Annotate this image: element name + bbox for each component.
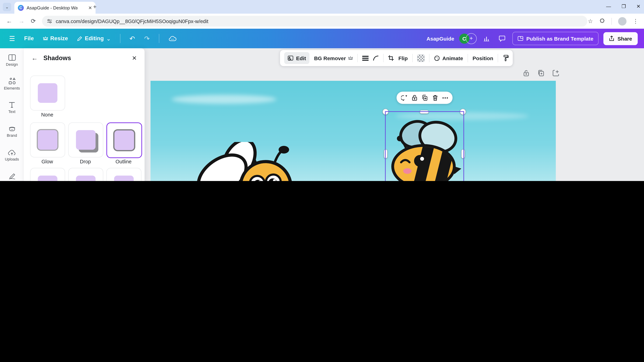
divider [357,54,358,62]
shadow-option-outline[interactable] [106,122,142,158]
duplicate-page-icon[interactable] [538,70,544,76]
new-tab-button[interactable]: + [93,3,96,10]
browser-menu-icon[interactable]: ⋮ [633,18,638,24]
divider [383,54,384,62]
shadow-option-drop[interactable] [68,122,103,157]
selection-toolbar [396,92,452,104]
transparency-icon[interactable] [417,54,424,62]
forward-button[interactable]: → [18,18,24,25]
editing-mode-dropdown[interactable]: Editing⌄ [77,35,111,42]
brand-icon: co [8,126,16,132]
panel-back-button[interactable]: ← [32,54,38,62]
animate-button[interactable]: Animate [434,55,463,61]
divider [429,54,430,62]
team-name: AsapGuide [426,35,454,41]
position-button[interactable]: Position [472,55,493,61]
bookmark-star-icon[interactable]: ☆ [588,18,593,24]
comment-add-icon[interactable] [401,95,408,100]
sidebar-item-draw[interactable]: Draw [0,167,24,181]
resize-button[interactable]: Resize [43,35,68,42]
divider [412,54,413,62]
lock-page-icon[interactable] [523,70,529,76]
text-icon [9,102,15,108]
svg-text:co: co [10,128,13,131]
divider [612,18,612,25]
design-icon [8,54,16,61]
sidebar-item-elements[interactable]: Elements [0,72,24,96]
save-status-cloud-icon[interactable] [168,35,177,42]
browser-tab[interactable]: C AsapGuide - Desktop Wallpape ✕ [14,2,96,14]
crop-icon[interactable] [388,55,394,61]
comments-icon[interactable] [497,33,508,44]
browser-profile-avatar[interactable] [618,17,626,25]
animate-icon [434,55,440,61]
url-text: canva.com/design/DAGUQp__8G0/QFjcMiH5SOo… [56,18,208,24]
url-bar[interactable]: canva.com/design/DAGUQp__8G0/QFjcMiH5SOo… [42,16,588,26]
sidebar-item-brand[interactable]: co Brand [0,120,24,143]
redo-button[interactable]: ↷ [144,34,150,42]
flip-button[interactable]: Flip [398,55,408,61]
screen: ⌄ C AsapGuide - Desktop Wallpape ✕ + — ❐… [0,0,644,181]
canva-favicon: C [18,5,24,11]
panel-close-button[interactable]: ✕ [132,54,137,62]
shadow-option-curved[interactable] [30,168,65,181]
sidebar-item-uploads[interactable]: Uploads [0,143,24,167]
undo-button[interactable]: ↶ [130,34,135,42]
delete-icon[interactable] [432,95,438,101]
shadow-option-label: None [30,112,64,117]
file-menu[interactable]: File [24,35,34,42]
shadow-option-angled[interactable] [106,168,142,181]
window-close-button[interactable]: ✕ [636,3,640,9]
panel-title: Shadows [44,54,71,62]
shadow-option-label: Drop [68,159,102,164]
add-page-icon[interactable] [553,70,559,76]
window-restore-button[interactable]: ❐ [622,3,626,9]
page-actions [523,70,559,76]
design-canvas[interactable] [150,81,556,181]
divider [498,54,498,62]
smooth-curve-icon[interactable] [373,55,379,61]
extensions-icon[interactable] [599,18,605,24]
tab-title: AsapGuide - Desktop Wallpape [26,5,77,10]
shadow-option-glow[interactable] [30,122,65,157]
template-icon [518,36,523,41]
side-navigation: Design Elements Text co Brand [0,48,24,181]
share-icon [609,36,614,41]
divider [468,54,468,62]
shadows-panel: ← Shadows ✕ None Glow Drop Outline Curve… [24,48,144,181]
insights-chart-icon[interactable] [482,33,492,44]
shadow-option-label: Glow [30,159,64,164]
edit-image-button[interactable]: Edit [284,52,310,64]
duplicate-icon[interactable] [422,95,428,101]
shadow-option-page-lift[interactable] [68,168,103,181]
draw-icon [8,173,16,179]
divider [120,34,120,43]
bee-image-left[interactable] [197,142,323,181]
share-button[interactable]: Share [604,32,638,45]
site-settings-icon[interactable] [47,18,52,24]
more-options-icon[interactable] [442,97,448,98]
tab-search-icon[interactable]: ⌄ [3,3,11,11]
lock-icon[interactable] [412,95,418,101]
browser-toolbar: ← → ⟳ canva.com/design/DAGUQp__8G0/QFjcM… [0,14,644,29]
window-minimize-button[interactable]: — [606,3,611,9]
main-menu-button[interactable]: ☰ [9,34,15,42]
sidebar-item-design[interactable]: Design [0,48,24,72]
crown-icon [43,36,48,40]
back-button[interactable]: ← [6,18,12,25]
canva-header: ☰ File Resize Editing⌄ ↶ ↷ AsapGuide [0,29,644,48]
shadow-option-none[interactable] [30,75,65,110]
copy-style-roller-icon[interactable] [503,55,509,61]
browser-tabstrip: ⌄ C AsapGuide - Desktop Wallpape ✕ + — ❐… [0,0,644,14]
adjust-lines-icon[interactable] [362,55,368,61]
reload-button[interactable]: ⟳ [31,17,36,25]
bg-remover-button[interactable]: BG Remover [314,55,353,61]
shadow-option-label: Outline [106,159,141,164]
sidebar-item-text[interactable]: Text [0,96,24,120]
publish-brand-template-button[interactable]: Publish as Brand Template [512,32,599,45]
selection-box[interactable] [385,111,464,181]
tab-close-icon[interactable]: ✕ [88,5,92,10]
context-toolbar: Edit BG Remover Flip Animate Posit [280,50,513,66]
pencil-icon [77,36,82,41]
add-member-button[interactable]: + [466,33,477,44]
